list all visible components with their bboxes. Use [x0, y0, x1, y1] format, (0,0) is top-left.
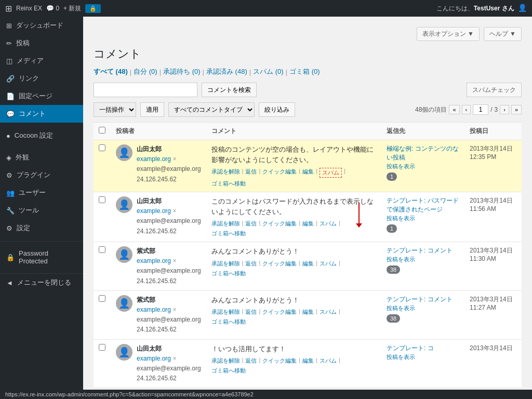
- view-post-link[interactable]: 投稿を表示: [387, 305, 415, 311]
- quick-edit-link[interactable]: クイック編集: [262, 220, 297, 228]
- display-options-button[interactable]: 表示オプション ▼: [417, 27, 480, 41]
- view-post-link[interactable]: 投稿を表示: [387, 354, 415, 360]
- reply-to-link[interactable]: テンプレート: コ: [387, 344, 434, 352]
- trash-link[interactable]: ゴミ箱へ移動: [211, 230, 246, 237]
- help-button[interactable]: ヘルプ ▼: [484, 27, 522, 41]
- reply-link[interactable]: 返信: [245, 308, 257, 316]
- view-post-link[interactable]: 投稿を表示: [387, 215, 415, 221]
- author-cell: 👤 山田太郎 example.org × example@example.org…: [116, 196, 201, 236]
- reply-link[interactable]: 返信: [245, 168, 257, 178]
- edit-link[interactable]: 編集: [302, 357, 314, 365]
- filter-button[interactable]: 絞り込み: [259, 102, 295, 117]
- bulk-actions-row: 一括操作 適用 すべてのコメントタイプ 絞り込み 48個の項目 « ‹ 1 / …: [94, 102, 522, 117]
- avatar: 👤: [116, 196, 132, 213]
- sidebar-item-plugins[interactable]: ⚙ プラグイン: [0, 166, 83, 184]
- row-checkbox[interactable]: [99, 344, 105, 351]
- sidebar-item-settings[interactable]: ⚙ 設定: [0, 219, 83, 237]
- close-menu-button[interactable]: ◄ メニューを閉じる: [0, 273, 83, 291]
- settings-icon: ⚙: [6, 224, 12, 232]
- sidebar-item-links[interactable]: 🔗 リンク: [0, 70, 83, 87]
- unapprove-link[interactable]: 承認を解除: [211, 308, 240, 316]
- header-reply-col: 返信先: [381, 123, 464, 140]
- edit-link[interactable]: 編集: [302, 220, 314, 228]
- reply-to-link[interactable]: テンプレート: パスワードで保護されたページ: [387, 197, 459, 213]
- spam-link[interactable]: スパム: [320, 220, 337, 228]
- filter-mine[interactable]: 自分 (0): [134, 67, 157, 76]
- comment-badge: 38: [387, 314, 400, 323]
- spam-check-button[interactable]: スパムチェック: [467, 83, 522, 97]
- row-checkbox[interactable]: [99, 295, 105, 302]
- filter-approved[interactable]: 承認済み (48): [206, 67, 247, 76]
- reply-to-link[interactable]: 極端な例: コンテンツのない投稿: [387, 145, 459, 161]
- quick-edit-link[interactable]: クイック編集: [262, 357, 297, 365]
- reply-to-cell: テンプレート: パスワードで保護されたページ 投稿を表示 1: [387, 196, 459, 233]
- spam-link[interactable]: スパム: [320, 308, 337, 316]
- comment-search-input[interactable]: [94, 83, 197, 97]
- comment-type-select[interactable]: すべてのコメントタイプ: [168, 102, 255, 117]
- filter-all[interactable]: すべて (48): [94, 67, 128, 76]
- sidebar-item-pages[interactable]: 📄 固定ページ: [0, 87, 83, 105]
- comment-count-icon[interactable]: 💬 0: [46, 5, 59, 12]
- filter-pending[interactable]: 承認待ち (0): [163, 67, 201, 76]
- spam-link[interactable]: スパム: [320, 260, 337, 268]
- edit-link[interactable]: 編集: [302, 260, 314, 268]
- sidebar-item-appearance[interactable]: ◈ 外観: [0, 149, 83, 166]
- unapprove-link[interactable]: 承認を解除: [211, 357, 240, 365]
- quick-edit-link[interactable]: クイック編集: [262, 260, 297, 268]
- edit-link[interactable]: 編集: [302, 308, 314, 316]
- author-name: 山田太郎: [137, 196, 201, 206]
- author-email: example@example.org: [137, 164, 201, 174]
- last-page-button[interactable]: »: [511, 105, 522, 114]
- edit-link[interactable]: 編集: [302, 168, 314, 178]
- sidebar-item-comments[interactable]: 💬 コメント: [0, 105, 83, 123]
- reply-link[interactable]: 返信: [245, 220, 257, 228]
- sidebar-item-dashboard[interactable]: ⊞ ダッシュボード: [0, 17, 83, 34]
- filter-spam[interactable]: スパム (0): [253, 67, 284, 76]
- spam-link[interactable]: スパム: [320, 357, 337, 365]
- quick-edit-link[interactable]: クイック編集: [262, 308, 297, 316]
- select-all-checkbox[interactable]: [99, 127, 105, 134]
- author-email: example@example.org: [137, 315, 201, 325]
- comment-search-button[interactable]: コメントを検索: [202, 83, 257, 97]
- author-ip: 24.126.245.62: [137, 227, 201, 236]
- next-page-button[interactable]: ›: [500, 105, 509, 114]
- sidebar-item-tools[interactable]: 🔧 ツール: [0, 202, 83, 219]
- trash-link[interactable]: ゴミ箱へ移動: [211, 270, 246, 277]
- row-checkbox[interactable]: [99, 246, 105, 253]
- row-checkbox[interactable]: [99, 144, 105, 151]
- sidebar-item-users[interactable]: 👥 ユーザー: [0, 184, 83, 202]
- filter-trash[interactable]: ゴミ箱 (0): [289, 67, 320, 76]
- trash-link[interactable]: ゴミ箱へ移動: [211, 318, 246, 326]
- reply-to-link[interactable]: テンプレート: コメント: [387, 247, 453, 254]
- trash-link[interactable]: ゴミ箱へ移動: [211, 180, 246, 188]
- prev-page-button[interactable]: ‹: [462, 105, 471, 114]
- lock-icon: 🔒: [85, 4, 101, 13]
- sidebar-item-password-protected[interactable]: 🔒 Password Protected: [0, 245, 83, 269]
- view-post-link[interactable]: 投稿を表示: [387, 256, 415, 262]
- sidebar-item-posts[interactable]: ✏ 投稿: [0, 34, 83, 52]
- author-ip: 24.126.245.62: [137, 175, 201, 184]
- reply-link[interactable]: 返信: [245, 357, 257, 365]
- unapprove-link[interactable]: 承認を解除: [211, 220, 240, 228]
- site-name[interactable]: Reinx EX: [16, 5, 42, 12]
- arrow-left-icon: ◄: [6, 279, 13, 287]
- first-page-button[interactable]: «: [449, 105, 459, 114]
- quick-edit-link[interactable]: クイック編集: [262, 168, 297, 178]
- reply-link[interactable]: 返信: [245, 260, 257, 268]
- comment-actions: 承認を解除 | 返信 | クイック編集 | 編集 | スパム | ゴミ箱へ移動: [211, 357, 376, 375]
- new-post-button[interactable]: + 新規: [63, 4, 81, 13]
- comment-text: みんなコメントありがとう！: [211, 246, 376, 257]
- unapprove-link[interactable]: 承認を解除: [211, 260, 240, 268]
- spam-link[interactable]: スパム: [320, 168, 342, 178]
- author-name: 紫式部: [137, 246, 201, 256]
- row-checkbox[interactable]: [99, 196, 105, 203]
- reply-to-link[interactable]: テンプレート: コメント: [387, 296, 453, 303]
- view-post-link[interactable]: 投稿を表示: [387, 163, 415, 169]
- apply-button[interactable]: 適用: [140, 102, 164, 117]
- trash-link[interactable]: ゴミ箱へ移動: [211, 367, 246, 375]
- unapprove-link[interactable]: 承認を解除: [211, 168, 240, 178]
- sidebar-item-cocoon[interactable]: ● Cocoon 設定: [0, 127, 83, 144]
- sidebar-item-media[interactable]: ◫ メディア: [0, 52, 83, 70]
- bulk-action-select[interactable]: 一括操作: [94, 102, 136, 117]
- current-page-input[interactable]: 1: [473, 104, 488, 115]
